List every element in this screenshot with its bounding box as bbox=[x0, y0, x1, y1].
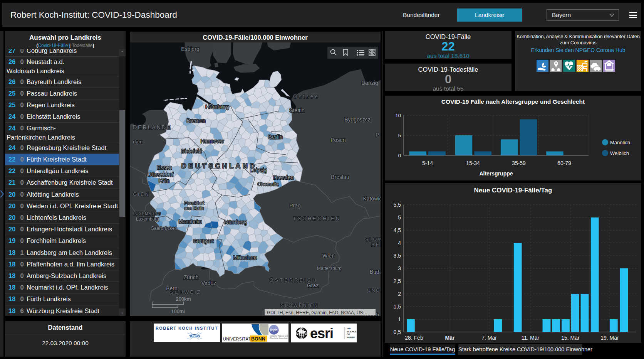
svg-text:19. Mär: 19. Mär bbox=[600, 335, 619, 341]
svg-text:0: 0 bbox=[398, 153, 401, 158]
svg-text:Männlich: Männlich bbox=[610, 140, 630, 145]
svg-text:5: 5 bbox=[398, 133, 401, 138]
svg-text:Berlin: Berlin bbox=[268, 133, 283, 140]
svg-text:SLOWENIEN: SLOWENIEN bbox=[280, 303, 319, 308]
svg-text:DEUTSCHLAND: DEUTSCHLAND bbox=[181, 162, 257, 170]
svg-text:Bremen: Bremen bbox=[186, 118, 205, 124]
svg-text:Mattersburg: Mattersburg bbox=[317, 266, 342, 271]
svg-text:GDI-TH, Esri, HERE, Garmin, FA: GDI-TH, Esri, HERE, Garmin, FAO, NOAA, U… bbox=[267, 310, 367, 315]
svg-text:UNIVERSITÄT: UNIVERSITÄT bbox=[223, 337, 251, 341]
svg-text:Saarbrücken: Saarbrücken bbox=[151, 226, 177, 231]
svg-text:Prag: Prag bbox=[289, 202, 301, 209]
svg-text:2,5: 2,5 bbox=[394, 278, 401, 284]
svg-text:Vaduz: Vaduz bbox=[201, 280, 216, 286]
svg-text:Esbjerg: Esbjerg bbox=[181, 46, 199, 52]
svg-text:ihph: ihph bbox=[270, 328, 278, 332]
svg-text:5: 5 bbox=[398, 214, 401, 221]
svg-text:2: 2 bbox=[398, 291, 401, 297]
svg-text:10: 10 bbox=[396, 113, 401, 118]
svg-text:COVID-19 Fälle nach Altersgrup: COVID-19 Fälle nach Altersgruppe und Ges… bbox=[441, 98, 585, 105]
svg-text:Altersgruppe: Altersgruppe bbox=[479, 170, 513, 177]
svg-text:Breslau: Breslau bbox=[331, 174, 349, 180]
svg-text:5-14: 5-14 bbox=[422, 160, 433, 166]
svg-text:Weiblich: Weiblich bbox=[610, 150, 629, 156]
svg-text:Stuttgart: Stuttgart bbox=[193, 238, 214, 244]
svg-text:4: 4 bbox=[398, 240, 401, 246]
svg-text:1: 1 bbox=[398, 316, 401, 322]
svg-text:Hamburg: Hamburg bbox=[205, 103, 229, 110]
svg-text:Neue COVID-19-Fälle/Tag: Neue COVID-19-Fälle/Tag bbox=[474, 187, 552, 194]
svg-text:am Main: am Main bbox=[184, 205, 204, 211]
svg-text:3,5: 3,5 bbox=[394, 253, 401, 259]
svg-text:Luxemburg: Luxemburg bbox=[136, 216, 159, 222]
svg-text:DERLANDE: DERLANDE bbox=[133, 124, 171, 130]
svg-text:UNGA: UNGA bbox=[367, 288, 381, 293]
svg-text:15-34: 15-34 bbox=[466, 160, 480, 166]
svg-text:Düsseldorf: Düsseldorf bbox=[148, 171, 174, 177]
svg-text:Katowic: Katowic bbox=[363, 196, 381, 202]
svg-text:BONN: BONN bbox=[251, 336, 265, 342]
svg-text:Bielefeld: Bielefeld bbox=[181, 148, 202, 154]
svg-text:Bydgoszcz: Bydgoszcz bbox=[344, 116, 371, 123]
svg-text:Mannheim: Mannheim bbox=[179, 219, 202, 224]
svg-text:Posen: Posen bbox=[330, 137, 346, 143]
svg-text:OF: OF bbox=[347, 333, 350, 335]
svg-text:200km: 200km bbox=[176, 296, 191, 302]
svg-text:TSCHECHIEN: TSCHECHIEN bbox=[293, 216, 341, 221]
svg-text:SCIENCE: SCIENCE bbox=[347, 330, 357, 333]
svg-text:Stettin: Stettin bbox=[289, 107, 305, 113]
svg-text:POL: POL bbox=[376, 132, 381, 138]
svg-text:Ostsee: Ostsee bbox=[293, 93, 319, 99]
svg-text:Köln: Köln bbox=[159, 178, 169, 184]
svg-text:11. Mär: 11. Mär bbox=[522, 335, 540, 341]
svg-text:Budap: Budap bbox=[370, 269, 381, 275]
svg-text:Wien: Wien bbox=[322, 253, 335, 259]
svg-text:60-79: 60-79 bbox=[557, 160, 571, 166]
svg-text:Hannover: Hannover bbox=[201, 138, 224, 144]
svg-text:Graz: Graz bbox=[307, 282, 319, 288]
svg-text:Mär: Mär bbox=[445, 335, 455, 341]
svg-text:WHERE: WHERE bbox=[347, 336, 356, 339]
svg-text:München: München bbox=[233, 254, 257, 261]
svg-text:4,5: 4,5 bbox=[394, 227, 401, 233]
svg-text:Essen: Essen bbox=[157, 164, 172, 170]
svg-text:Bern: Bern bbox=[166, 285, 178, 292]
svg-text:LUXEMBURG: LUXEMBURG bbox=[133, 212, 161, 216]
svg-text:esri: esri bbox=[310, 325, 333, 341]
svg-text:3: 3 bbox=[398, 265, 401, 271]
svg-text:THE: THE bbox=[347, 327, 352, 330]
svg-text:0,5: 0,5 bbox=[394, 329, 401, 335]
svg-text:5,5: 5,5 bbox=[394, 202, 401, 208]
svg-text:Nürnberg: Nürnberg bbox=[225, 219, 247, 225]
svg-text:GIEN: GIEN bbox=[133, 191, 150, 197]
svg-text:1,5: 1,5 bbox=[394, 303, 401, 310]
svg-text:28. Feb: 28. Feb bbox=[405, 335, 423, 341]
svg-text:REP: REP bbox=[371, 242, 381, 248]
svg-text:Danzig: Danzig bbox=[361, 80, 378, 86]
svg-text:SLOWA: SLOWA bbox=[365, 237, 381, 242]
svg-text:100mi: 100mi bbox=[171, 308, 185, 314]
svg-text:15. Mär: 15. Mär bbox=[561, 335, 580, 341]
svg-text:Institut für Hygiene und: Institut für Hygiene und bbox=[270, 335, 288, 337]
svg-text:Leipzig: Leipzig bbox=[250, 167, 267, 173]
svg-text:Dresden: Dresden bbox=[273, 174, 294, 180]
svg-text:Chemnitz: Chemnitz bbox=[258, 181, 279, 187]
svg-text:7. Mär: 7. Mär bbox=[481, 335, 497, 341]
svg-text:35-59: 35-59 bbox=[512, 160, 526, 166]
svg-text:dam: dam bbox=[133, 139, 143, 145]
svg-text:Zürich: Zürich bbox=[184, 274, 199, 280]
svg-text:Öffentliche Gesundheit: Öffentliche Gesundheit bbox=[270, 337, 288, 339]
svg-text:ROBERT KOCH INSTITUT: ROBERT KOCH INSTITUT bbox=[156, 326, 218, 330]
